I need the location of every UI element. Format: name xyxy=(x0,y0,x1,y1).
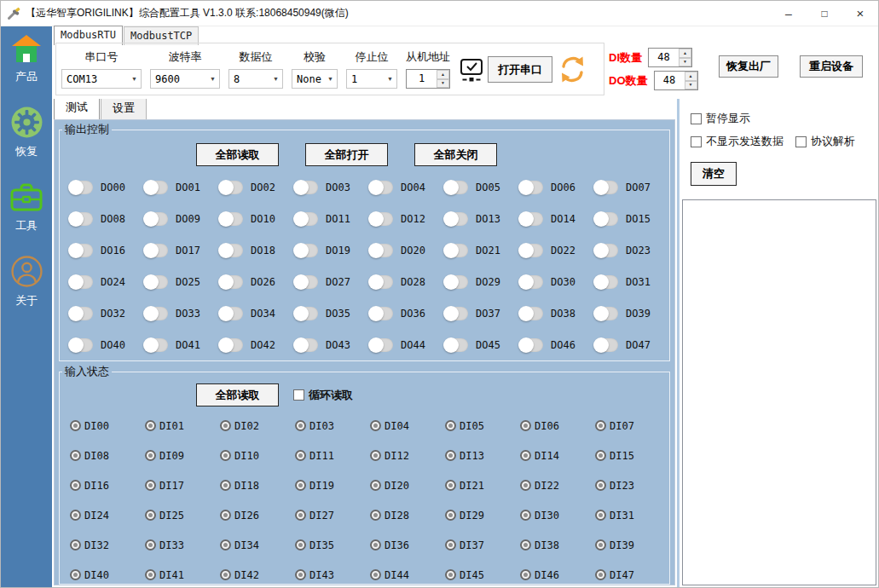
toggle-do16[interactable] xyxy=(69,244,93,257)
toggle-do03[interactable] xyxy=(294,181,318,194)
pause-display-checkbox[interactable]: 暂停显示 xyxy=(691,111,750,126)
led-di12[interactable] xyxy=(372,452,379,459)
toggle-do26[interactable] xyxy=(219,275,243,289)
toggle-do15[interactable] xyxy=(594,212,618,226)
led-di25[interactable] xyxy=(147,511,154,519)
led-di45[interactable] xyxy=(447,571,454,579)
restart-device-button[interactable]: 重启设备 xyxy=(800,55,863,78)
led-di03[interactable] xyxy=(297,422,304,429)
led-di40[interactable] xyxy=(72,571,79,579)
read-all-inputs-button[interactable]: 全部读取 xyxy=(196,383,279,406)
toggle-do24[interactable] xyxy=(69,275,93,289)
toggle-do08[interactable] xyxy=(69,212,93,226)
slave-address-spinner[interactable]: 1▲▼ xyxy=(406,69,450,89)
led-di20[interactable] xyxy=(372,481,379,489)
factory-reset-button[interactable]: 恢复出厂 xyxy=(719,55,778,78)
baud-rate-select[interactable]: 9600▼ xyxy=(150,69,220,89)
sync-refresh-icon[interactable] xyxy=(560,55,585,95)
led-di44[interactable] xyxy=(372,571,379,579)
toggle-do45[interactable] xyxy=(444,338,468,352)
toggle-do28[interactable] xyxy=(369,275,393,289)
toggle-do23[interactable] xyxy=(594,244,618,257)
led-di28[interactable] xyxy=(372,511,379,519)
led-di34[interactable] xyxy=(222,541,229,549)
toggle-do46[interactable] xyxy=(519,338,543,352)
led-di30[interactable] xyxy=(522,511,529,519)
toggle-do02[interactable] xyxy=(219,181,243,194)
led-di35[interactable] xyxy=(297,541,304,549)
led-di02[interactable] xyxy=(222,422,229,429)
led-di46[interactable] xyxy=(522,571,529,579)
log-output-area[interactable] xyxy=(682,199,876,585)
spin-up-icon[interactable]: ▲ xyxy=(437,70,449,79)
led-di26[interactable] xyxy=(222,511,229,519)
toggle-do42[interactable] xyxy=(219,338,243,352)
led-di29[interactable] xyxy=(447,511,454,519)
maximize-button[interactable]: □ xyxy=(807,1,842,26)
minimize-button[interactable]: – xyxy=(771,1,807,26)
toggle-do29[interactable] xyxy=(444,275,468,289)
data-bits-select[interactable]: 8▼ xyxy=(228,69,283,89)
clear-log-button[interactable]: 清空 xyxy=(691,162,737,186)
led-di06[interactable] xyxy=(522,422,529,429)
led-di08[interactable] xyxy=(72,452,79,459)
read-all-outputs-button[interactable]: 全部读取 xyxy=(196,143,279,166)
led-di24[interactable] xyxy=(72,511,79,519)
sidebar-item-toolbox[interactable]: 工具 xyxy=(9,182,43,233)
led-di36[interactable] xyxy=(372,541,379,549)
led-di22[interactable] xyxy=(522,481,529,489)
toggle-do14[interactable] xyxy=(519,212,543,226)
di-count-spinner[interactable]: 48 ▲ ▼ xyxy=(648,48,692,67)
toggle-do21[interactable] xyxy=(444,244,468,257)
toggle-do38[interactable] xyxy=(519,307,543,320)
led-di19[interactable] xyxy=(297,481,304,489)
led-di39[interactable] xyxy=(597,541,604,549)
close-button[interactable]: × xyxy=(842,1,878,26)
toggle-do34[interactable] xyxy=(219,307,243,320)
serial-port-select[interactable]: COM13▼ xyxy=(61,69,142,89)
checkbox-icon[interactable] xyxy=(691,113,702,124)
led-di04[interactable] xyxy=(372,422,379,429)
checkbox-icon[interactable] xyxy=(691,136,702,147)
toggle-do07[interactable] xyxy=(594,181,618,194)
toggle-do00[interactable] xyxy=(69,181,93,194)
sidebar-item-gear[interactable]: 恢复 xyxy=(11,107,43,159)
led-di17[interactable] xyxy=(147,481,154,489)
led-di41[interactable] xyxy=(147,571,154,579)
led-di07[interactable] xyxy=(597,422,604,429)
toggle-do33[interactable] xyxy=(144,307,168,320)
sidebar-item-home[interactable]: 产品 xyxy=(10,34,43,84)
spin-down-icon[interactable]: ▼ xyxy=(685,81,697,90)
spin-up-icon[interactable]: ▲ xyxy=(679,49,691,58)
tab-test[interactable]: 测试 xyxy=(54,96,100,119)
toggle-do22[interactable] xyxy=(519,244,543,257)
toggle-do04[interactable] xyxy=(369,181,393,194)
led-di27[interactable] xyxy=(297,511,304,519)
toggle-do05[interactable] xyxy=(444,181,468,194)
tab-settings[interactable]: 设置 xyxy=(101,97,147,119)
led-di15[interactable] xyxy=(597,452,604,459)
toggle-do17[interactable] xyxy=(144,244,168,257)
toggle-do47[interactable] xyxy=(594,338,618,352)
toggle-do44[interactable] xyxy=(369,338,393,352)
parity-select[interactable]: None▼ xyxy=(292,69,338,89)
toggle-do31[interactable] xyxy=(594,275,618,289)
spin-down-icon[interactable]: ▼ xyxy=(437,79,449,89)
toggle-do40[interactable] xyxy=(69,338,93,352)
toggle-do41[interactable] xyxy=(144,338,168,352)
toggle-do30[interactable] xyxy=(519,275,543,289)
led-di13[interactable] xyxy=(447,452,454,459)
toggle-do01[interactable] xyxy=(144,181,168,194)
open-all-outputs-button[interactable]: 全部打开 xyxy=(305,143,388,166)
toggle-do39[interactable] xyxy=(594,307,618,320)
sidebar-item-user[interactable]: 关于 xyxy=(11,256,43,308)
toggle-do43[interactable] xyxy=(294,338,318,352)
do-count-spinner[interactable]: 48 ▲ ▼ xyxy=(654,71,698,90)
close-all-outputs-button[interactable]: 全部关闭 xyxy=(414,143,497,166)
led-di32[interactable] xyxy=(72,541,79,549)
led-di43[interactable] xyxy=(297,571,304,579)
stop-bits-select[interactable]: 1▼ xyxy=(346,69,397,89)
led-di33[interactable] xyxy=(147,541,154,549)
led-di21[interactable] xyxy=(447,481,454,489)
led-di00[interactable] xyxy=(72,422,79,429)
